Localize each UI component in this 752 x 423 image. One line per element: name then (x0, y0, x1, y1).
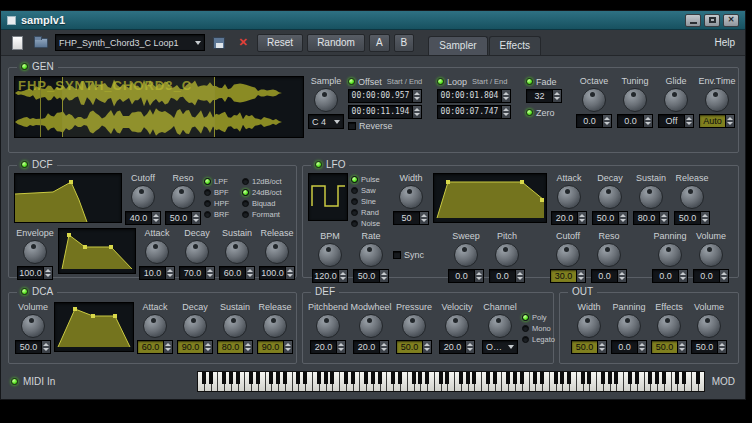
piano-key-white[interactable] (299, 372, 306, 391)
spin-arrows[interactable] (419, 212, 428, 224)
piano-key-black[interactable] (520, 372, 524, 384)
piano-key-black[interactable] (276, 372, 280, 384)
spin-arrows[interactable] (245, 267, 254, 279)
piano-key-white[interactable] (354, 372, 361, 391)
lfo-wave-display[interactable] (308, 173, 348, 221)
lfo-shape-noise[interactable]: Noise (351, 218, 389, 228)
piano-key-white[interactable] (239, 372, 246, 391)
offset-end-spinbox[interactable]: 00:00:11.194 (348, 105, 422, 119)
spin-arrows[interactable] (203, 341, 212, 353)
piano-key-white[interactable] (367, 372, 374, 391)
piano-key-black[interactable] (351, 372, 355, 384)
lfo-sustain-spinbox[interactable]: 80.0 (633, 211, 669, 225)
spin-arrows[interactable] (43, 267, 52, 279)
spin-arrows[interactable] (597, 341, 606, 353)
lfo-shape-pulse[interactable]: Pulse (351, 174, 389, 184)
piano-key-white[interactable] (232, 372, 239, 391)
lfo-width-knob[interactable] (399, 185, 423, 209)
piano-key-white[interactable] (340, 372, 347, 391)
piano-key-white[interactable] (509, 372, 516, 391)
midi-in-led[interactable] (11, 378, 18, 385)
lfo-cutoff-spinbox[interactable]: 30.0 (550, 269, 586, 283)
dca-decay-knob[interactable] (183, 314, 207, 338)
close-button[interactable]: ✕ (723, 14, 739, 27)
dcf-attack-knob[interactable] (145, 240, 169, 264)
sample-note-combo[interactable]: C 4 (308, 114, 344, 129)
piano-key-black[interactable] (209, 372, 213, 384)
sync-checkbox[interactable]: Sync (393, 250, 424, 260)
lfo-release-knob[interactable] (680, 185, 704, 209)
spin-arrows[interactable] (637, 341, 646, 353)
piano-key-white[interactable] (496, 372, 503, 391)
spin-arrows[interactable] (336, 341, 345, 353)
spin-arrows[interactable] (412, 90, 421, 102)
dca-attack-spinbox[interactable]: 60.0 (137, 340, 173, 354)
spin-arrows[interactable] (501, 106, 510, 118)
piano-key-white[interactable] (590, 372, 597, 391)
dcf-attack-spinbox[interactable]: 10.0 (139, 266, 175, 280)
piano-key-white[interactable] (252, 372, 259, 391)
loop-led[interactable] (437, 78, 444, 85)
piano-key-black[interactable] (540, 372, 544, 384)
dca-sustain-knob[interactable] (223, 314, 247, 338)
piano-key-black[interactable] (222, 372, 226, 384)
piano-key-black[interactable] (466, 372, 470, 384)
random-button[interactable]: Random (307, 34, 365, 52)
offset-led[interactable] (348, 78, 355, 85)
lfo-led[interactable] (315, 161, 322, 168)
dcf-decay-knob[interactable] (185, 240, 209, 264)
piano-key-white[interactable] (266, 372, 273, 391)
piano-key-black[interactable] (344, 372, 348, 384)
dca-led[interactable] (21, 288, 28, 295)
zero-led[interactable] (526, 109, 533, 116)
pressure-knob[interactable] (402, 314, 426, 338)
piano-key-white[interactable] (651, 372, 658, 391)
dcf-reso-knob[interactable] (171, 185, 195, 209)
new-preset-button[interactable] (7, 33, 27, 53)
reset-button[interactable]: Reset (257, 34, 303, 52)
spin-arrows[interactable] (677, 341, 686, 353)
lfo-panning-spinbox[interactable]: 0.0 (652, 269, 688, 283)
lfo-sweep-knob[interactable] (454, 243, 478, 267)
spin-arrows[interactable] (151, 212, 160, 224)
piano-key-white[interactable] (387, 372, 394, 391)
dcf-adsr-display[interactable] (58, 228, 136, 274)
channel-combo[interactable]: Omn. (482, 340, 518, 354)
piano-key-white[interactable] (665, 372, 672, 391)
lfo-rate-knob[interactable] (359, 243, 383, 267)
piano-key-black[interactable] (493, 372, 497, 384)
dca-decay-spinbox[interactable]: 90.0 (177, 340, 213, 354)
piano-key-white[interactable] (530, 372, 537, 391)
piano-key-white[interactable] (678, 372, 685, 391)
octave-knob[interactable] (582, 88, 606, 112)
piano-key-white[interactable] (475, 372, 482, 391)
piano-key-white[interactable] (279, 372, 286, 391)
spin-arrows[interactable] (41, 341, 50, 353)
piano-key-black[interactable] (364, 372, 368, 384)
octave-spinbox[interactable]: 0.0 (576, 114, 612, 128)
lfo-adsr-display[interactable] (433, 173, 547, 223)
maximize-button[interactable] (704, 14, 720, 27)
dcf-envelope-knob[interactable] (23, 240, 47, 264)
piano-key-white[interactable] (421, 372, 428, 391)
piano-key-white[interactable] (672, 372, 679, 391)
piano-key-white[interactable] (293, 372, 300, 391)
piano-key-white[interactable] (327, 372, 334, 391)
piano-key-white[interactable] (557, 372, 564, 391)
piano-key-white[interactable] (205, 372, 212, 391)
piano-key-white[interactable] (563, 372, 570, 391)
lfo-bpm-spinbox[interactable]: 120.0 (312, 269, 348, 283)
piano-keyboard[interactable] (197, 371, 705, 392)
piano-key-black[interactable] (391, 372, 395, 384)
spin-arrows[interactable] (717, 341, 726, 353)
spin-arrows[interactable] (205, 267, 214, 279)
filter-type-lpf[interactable]: LPF (204, 176, 240, 186)
piano-key-black[interactable] (269, 372, 273, 384)
spin-arrows[interactable] (283, 341, 292, 353)
out-panning-knob[interactable] (617, 314, 641, 338)
dca-attack-knob[interactable] (143, 314, 167, 338)
piano-key-white[interactable] (313, 372, 320, 391)
piano-key-black[interactable] (256, 372, 260, 384)
waveform-display[interactable]: FHP_SYNTH_CHORD3_C (14, 76, 304, 138)
piano-key-white[interactable] (415, 372, 422, 391)
